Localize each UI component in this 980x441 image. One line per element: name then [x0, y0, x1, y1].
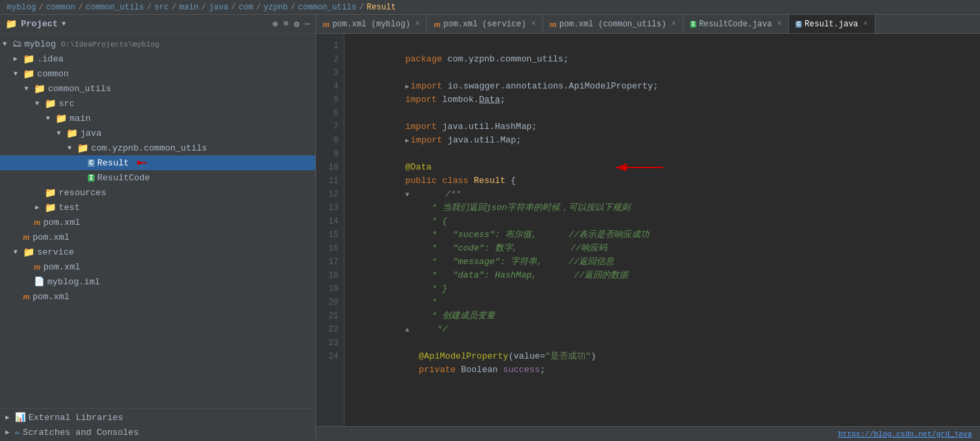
tree-label-pom-service: pom.xml	[43, 262, 80, 272]
breadcrumb-com[interactable]: com	[238, 3, 253, 12]
project-sidebar: 📁 Project ▼ ⊕ ≡ ⚙ — ▼ 🗂 myblog D:\IdeaPr…	[0, 15, 316, 441]
tree-label-test: test	[59, 203, 80, 213]
tab-close-pom-service[interactable]: ×	[532, 20, 536, 28]
tab-pom-service[interactable]: m pom.xml (service) ×	[427, 15, 543, 34]
tree-label-iml: myblog.iml	[47, 277, 100, 287]
tree-label-common: common	[37, 69, 69, 79]
tab-close-pom-myblog[interactable]: ×	[415, 20, 419, 28]
breadcrumb-src[interactable]: src	[154, 3, 169, 12]
sidebar-toolbar: ⊕ ≡ ⚙ —	[273, 19, 310, 30]
code-line-8	[353, 134, 972, 147]
sidebar-title: Project	[21, 19, 58, 29]
tab-result[interactable]: C Result.java ×	[789, 15, 875, 34]
breadcrumb-yzpnb[interactable]: yzpnb	[263, 3, 288, 12]
code-content[interactable]: package com.yzpnb.common_utils; ▶import …	[344, 34, 980, 426]
tree-item-common-utils[interactable]: ▼ 📁 common_utils	[0, 81, 315, 96]
bar-chart-icon: 📊	[15, 412, 26, 423]
line-number-gutter: 1 2 3 4 5 6 7 8 9 10 11 12 13 14 15 16 1…	[316, 34, 344, 426]
tab-resultcode[interactable]: I ResultCode.java ×	[684, 15, 789, 34]
breadcrumb-java[interactable]: java	[209, 3, 228, 12]
folder-icon-service: 📁	[23, 247, 34, 258]
code-line-24: private Boolean success;	[353, 350, 972, 363]
arrow-src: ▼	[35, 100, 45, 107]
breadcrumb-common[interactable]: common	[46, 3, 75, 12]
tree-item-idea[interactable]: ▶ 📁 .idea	[0, 51, 315, 66]
settings-gear-icon[interactable]: ⚙	[294, 19, 299, 30]
folder-icon-idea: 📁	[23, 53, 34, 65]
collapse-icon[interactable]: ≡	[284, 19, 289, 29]
status-url[interactable]: https://blog.csdn.net/grd_java	[838, 430, 972, 438]
breadcrumb-result[interactable]: Result	[367, 3, 396, 12]
close-sidebar-icon[interactable]: —	[305, 19, 310, 29]
tree-item-common[interactable]: ▼ 📁 common	[0, 66, 315, 81]
code-line-21: ▲ */	[353, 309, 972, 323]
xml-m-icon-common: m	[34, 217, 41, 228]
code-editor[interactable]: 1 2 3 4 5 6 7 8 9 10 11 12 13 14 15 16 1…	[316, 34, 980, 426]
tree-label-pkg: com.yzpnb.common_utils	[91, 143, 207, 153]
code-line-7: ▶import java.util.Map;	[353, 120, 972, 134]
tree-item-pom-root[interactable]: m pom.xml	[0, 289, 315, 304]
code-line-19: *	[353, 282, 972, 296]
tree-item-main[interactable]: ▼ 📁 main	[0, 111, 315, 126]
tree-item-resultcode[interactable]: ▶ I ResultCode	[0, 170, 315, 185]
tab-close-pom-common[interactable]: ×	[671, 20, 675, 28]
tree-label-myblog: myblog D:\IdeaProjects\myblog	[24, 39, 159, 49]
project-root-icon: 🗂	[12, 38, 22, 49]
status-bar: https://blog.csdn.net/grd_java	[316, 426, 980, 441]
tree-item-pom-service[interactable]: m pom.xml	[0, 259, 315, 274]
breadcrumb-common-utils-2[interactable]: common_utils	[298, 3, 356, 12]
code-line-18: * }	[353, 269, 972, 282]
arrow-idea: ▶	[14, 55, 23, 63]
breadcrumb-main[interactable]: main	[179, 3, 199, 12]
arrow-myblog: ▼	[3, 41, 12, 48]
code-line-13: * {	[353, 201, 972, 215]
folder-icon-pkg: 📁	[77, 142, 88, 154]
breadcrumb-myblog[interactable]: myblog	[7, 3, 36, 12]
tree-item-src[interactable]: ▼ 📁 src	[0, 96, 315, 111]
tree-item-pom-myblog[interactable]: m pom.xml	[0, 230, 315, 244]
scratches-consoles-item[interactable]: ▶ ✏ Scratches and Consoles	[0, 425, 315, 440]
locate-icon[interactable]: ⊕	[273, 19, 278, 30]
code-line-20: * 创建成员变量	[353, 296, 972, 309]
tree-item-java[interactable]: ▼ 📁 java	[0, 126, 315, 140]
folder-icon-src: 📁	[45, 98, 56, 109]
tab-pom-myblog[interactable]: m pom.xml (myblog) ×	[316, 15, 427, 34]
folder-icon-java: 📁	[66, 128, 78, 139]
editor-area: m pom.xml (myblog) × m pom.xml (service)…	[316, 15, 980, 441]
code-line-6: import java.util.HashMap;	[353, 107, 972, 120]
tab-label-pom-service: pom.xml (service)	[443, 20, 525, 29]
tree-item-pkg[interactable]: ▼ 📁 com.yzpnb.common_utils	[0, 140, 315, 155]
tab-icon-resultcode: I	[690, 21, 696, 28]
folder-icon-common: 📁	[23, 68, 34, 80]
tab-icon-pom-myblog: m	[323, 19, 330, 30]
tab-close-result[interactable]: ×	[864, 20, 868, 28]
tab-close-resultcode[interactable]: ×	[777, 20, 781, 28]
code-line-14: * "sucess": 布尔值, //表示是否响应成功	[353, 215, 972, 228]
code-line-9: @Data	[353, 147, 972, 161]
tree-item-resources[interactable]: 📁 resources	[0, 185, 315, 200]
tree-item-pom-common[interactable]: m pom.xml	[0, 215, 315, 230]
arrow-test: ▶	[35, 203, 45, 211]
tree-label-pom-common: pom.xml	[43, 217, 80, 228]
tab-icon-result: C	[796, 21, 802, 28]
class-icon-result: C	[88, 159, 95, 167]
tree-item-iml[interactable]: 📄 myblog.iml	[0, 274, 315, 289]
code-line-5	[353, 93, 972, 107]
tab-pom-common[interactable]: m pom.xml (common_utils) ×	[543, 15, 684, 34]
breadcrumb-common-utils[interactable]: common_utils	[86, 3, 144, 12]
code-line-12: * 当我们返回json字符串的时候，可以按以下规则	[353, 188, 972, 201]
tree-item-myblog[interactable]: ▼ 🗂 myblog D:\IdeaProjects\myblog	[0, 36, 315, 51]
code-line-3: ▶import io.swagger.annotations.ApiModelP…	[353, 66, 972, 80]
project-dropdown-icon[interactable]: ▼	[62, 20, 66, 28]
tab-label-pom-myblog: pom.xml (myblog)	[332, 20, 410, 29]
external-libraries-item[interactable]: ▶ 📊 External Libraries	[0, 410, 315, 425]
tree-item-result[interactable]: ▶ C Result	[0, 155, 315, 170]
tree-label-idea: .idea	[37, 54, 63, 64]
tree-item-service[interactable]: ▼ 📁 service	[0, 244, 315, 259]
tree-label-resultcode: ResultCode	[97, 173, 150, 183]
tree-item-test[interactable]: ▶ 📁 test	[0, 200, 315, 215]
iml-icon: 📄	[34, 276, 45, 287]
folder-icon-main: 📁	[55, 113, 67, 124]
code-line-2	[353, 53, 972, 66]
folder-icon-test: 📁	[45, 202, 56, 213]
